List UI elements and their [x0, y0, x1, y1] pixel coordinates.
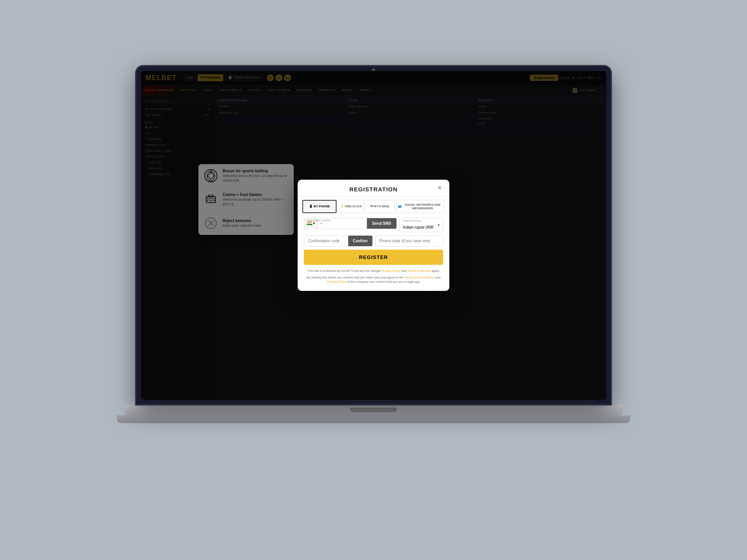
currency-label: Select currency [403, 219, 421, 222]
laptop-screen-border: MELBET App Promotions 📋 20000 INR bonus … [136, 66, 611, 404]
tab-one-click-label: ONE-CLICK [345, 205, 362, 208]
privacy-policy-link-1[interactable]: Privacy Policy [381, 269, 401, 273]
phone-field-wrapper: Your phone number 🇮🇳 ▾ Send SMS [304, 218, 397, 232]
footer-recaptcha: This site is protected by reCAPTCHA and … [304, 269, 443, 273]
footer-and-1: and [402, 269, 407, 273]
phone-currency-row: Your phone number 🇮🇳 ▾ Send SMS [304, 218, 443, 232]
promo-field-wrapper [375, 235, 443, 247]
lightning-tab-icon: ⚡ [340, 205, 344, 208]
flag-dropdown-arrow: ▾ [313, 221, 315, 225]
confirmation-code-input[interactable] [304, 236, 348, 246]
tab-one-click[interactable]: ⚡ ONE-CLICK [338, 200, 364, 213]
tab-by-phone[interactable]: 📱 BY PHONE [302, 200, 337, 213]
modal-tabs: 📱 BY PHONE ⚡ ONE-CLICK ✉ BY E-MAIL [302, 200, 445, 213]
modal-header: REGISTRATION [298, 180, 449, 197]
footer-legal: By clicking this button you confirm that… [304, 275, 443, 284]
footer-recaptcha-text: This site is protected by reCAPTCHA and … [307, 269, 381, 273]
users-tab-icon: 👥 [398, 205, 402, 208]
privacy-policy-link-2[interactable]: Privacy Policy [327, 280, 347, 284]
tab-by-phone-label: BY PHONE [314, 205, 330, 208]
promo-code-input[interactable] [375, 235, 443, 247]
phone-tab-icon: 📱 [309, 205, 313, 208]
laptop-bottom [117, 415, 630, 423]
footer-legal-end: of the company and confirm that you are … [347, 280, 420, 284]
modal-overlay[interactable]: × REGISTRATION 📱 BY PHONE [141, 71, 606, 400]
modal-tabs-container: 📱 BY PHONE ⚡ ONE-CLICK ✉ BY E-MAIL [298, 197, 449, 213]
confirmation-promo-row: Confirm [304, 235, 443, 247]
laptop-hinge [350, 408, 397, 412]
confirmation-group: Confirm [304, 235, 373, 247]
footer-and-2: and [435, 276, 440, 279]
tab-social-label: SOCIAL NETWORKS AND MESSENGERS [402, 203, 443, 210]
terms-link-1[interactable]: Terms of Service [408, 269, 431, 273]
currency-field-wrapper: Select currency Indian rupee (INR) US Do… [399, 218, 443, 232]
register-button[interactable]: REGISTER [304, 250, 443, 265]
tab-by-email-label: BY E-MAIL [374, 205, 390, 208]
laptop-base [124, 404, 622, 415]
tab-social[interactable]: 👥 SOCIAL NETWORKS AND MESSENGERS [396, 200, 445, 213]
modal-body: Your phone number 🇮🇳 ▾ Send SMS [298, 213, 449, 291]
email-tab-icon: ✉ [370, 205, 373, 208]
modal-title: REGISTRATION [305, 186, 442, 192]
send-sms-button[interactable]: Send SMS [367, 218, 397, 229]
laptop-frame: MELBET App Promotions 📋 20000 INR bonus … [117, 66, 630, 494]
footer-apply: apply. [431, 269, 440, 273]
phone-label: Your phone number [307, 219, 331, 222]
laptop-screen: MELBET App Promotions 📋 20000 INR bonus … [141, 71, 606, 400]
registration-modal: × REGISTRATION 📱 BY PHONE [298, 180, 449, 291]
confirm-button[interactable]: Confirm [348, 236, 372, 246]
modal-close-button[interactable]: × [435, 184, 444, 192]
footer-legal-text: By clicking this button you confirm that… [307, 276, 403, 279]
tab-by-email[interactable]: ✉ BY E-MAIL [365, 200, 395, 213]
terms-link-2[interactable]: Terms and Conditions [404, 276, 434, 279]
